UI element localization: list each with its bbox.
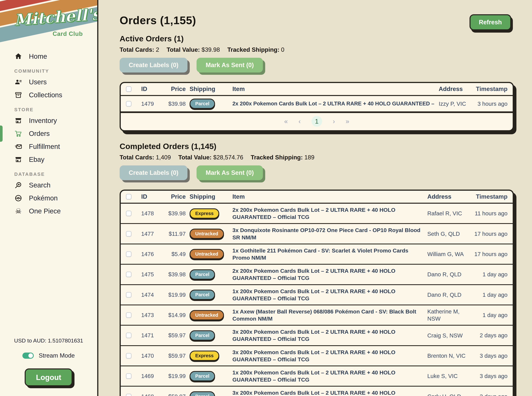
shipping-badge: Express bbox=[189, 351, 219, 361]
prev-page-button[interactable]: ‹ bbox=[298, 118, 301, 125]
row-checkbox[interactable] bbox=[126, 312, 131, 318]
cell-timestamp: 3 hours ago bbox=[475, 100, 508, 107]
sidebar-item-one-piece[interactable]: ☠ One Piece bbox=[0, 205, 97, 218]
home-icon bbox=[14, 53, 22, 60]
sidebar-item-home[interactable]: Home bbox=[0, 50, 97, 63]
cell-item: 2x 200x Pokemon Cards Bulk Lot – 2 ULTRA… bbox=[232, 100, 435, 107]
cell-item: 3x 200x Pokemon Cards Bulk Lot – 2 ULTRA… bbox=[232, 389, 423, 396]
collections-icon bbox=[14, 91, 22, 99]
sidebar-item-search[interactable]: Search bbox=[0, 179, 97, 192]
first-page-button[interactable]: « bbox=[284, 118, 288, 125]
shipping-badge: Untracked bbox=[189, 310, 224, 320]
sidebar-item-fulfillment[interactable]: Fulfillment bbox=[0, 140, 97, 153]
sidebar-item-inventory[interactable]: Inventory bbox=[0, 114, 97, 127]
current-page[interactable]: 1 bbox=[311, 116, 322, 127]
stat-label: Tracked Shipping: bbox=[227, 46, 279, 53]
stream-mode-toggle[interactable] bbox=[22, 353, 34, 359]
skull-icon: ☠ bbox=[14, 208, 22, 215]
sidebar-section-community: COMMUNITY bbox=[14, 68, 97, 74]
cell-id: 1473 bbox=[141, 312, 159, 318]
fx-rate-label: USD to AUD: 1.5107801631 bbox=[0, 338, 97, 344]
sidebar-item-ebay[interactable]: Ebay bbox=[0, 153, 97, 166]
shipping-badge: Parcel bbox=[189, 290, 215, 300]
cell-timestamp: 1 day ago bbox=[472, 312, 508, 318]
row-checkbox[interactable] bbox=[126, 353, 131, 359]
create-labels-button[interactable]: Create Labels (0) bbox=[120, 58, 188, 72]
row-checkbox[interactable] bbox=[126, 332, 131, 338]
col-shipping: Shipping bbox=[189, 86, 229, 93]
cell-price: $59.97 bbox=[163, 332, 186, 339]
completed-orders-stats: Total Cards:1,409Total Value:$28,574.76T… bbox=[120, 154, 514, 161]
main-content: Orders (1,155) Refresh Active Orders (1)… bbox=[100, 0, 532, 396]
sidebar-item-label: Inventory bbox=[29, 117, 57, 125]
mark-as-sent-button[interactable]: Mark As Sent (0) bbox=[196, 58, 263, 72]
sidebar-section-store: STORE bbox=[14, 106, 97, 113]
logout-button[interactable]: Logout bbox=[25, 368, 73, 386]
cell-id: 1468 bbox=[141, 393, 159, 396]
users-icon bbox=[14, 78, 22, 86]
row-checkbox[interactable] bbox=[126, 394, 131, 396]
cell-address: Craig S, NSW bbox=[427, 332, 468, 339]
next-page-button[interactable]: › bbox=[333, 118, 335, 125]
active-orders-table: ID Price Shipping Item Address Timestamp… bbox=[120, 82, 514, 131]
cart-icon bbox=[14, 130, 22, 137]
cell-timestamp: 2 days ago bbox=[472, 332, 508, 339]
row-checkbox[interactable] bbox=[126, 292, 131, 297]
stat-value: 2 bbox=[156, 46, 159, 53]
stat-label: Total Cards: bbox=[120, 46, 154, 53]
last-page-button[interactable]: » bbox=[346, 118, 349, 125]
row-checkbox[interactable] bbox=[126, 231, 131, 237]
sidebar-item-label: Collections bbox=[29, 91, 62, 99]
select-all-checkbox[interactable] bbox=[126, 194, 131, 199]
mark-as-sent-button[interactable]: Mark As Sent (0) bbox=[196, 165, 263, 180]
row-checkbox[interactable] bbox=[126, 272, 131, 277]
stat-value: 189 bbox=[304, 154, 314, 161]
pagination: « ‹ 1 › » bbox=[121, 112, 513, 130]
table-row: 1471 $59.97 Parcel 3x 200x Pokemon Cards… bbox=[121, 326, 513, 346]
sidebar-item-collections[interactable]: Collections bbox=[0, 88, 97, 101]
cell-item: 3x 200x Pokemon Cards Bulk Lot – 2 ULTRA… bbox=[232, 328, 423, 343]
cell-address: Dano R, QLD bbox=[427, 271, 468, 278]
table-row: 1475 $39.98 Parcel 2x 200x Pokemon Cards… bbox=[121, 265, 513, 285]
sidebar-item-label: Pokémon bbox=[29, 194, 58, 202]
cell-item: 1x Axew (Master Ball Reverse) 068/086 Po… bbox=[232, 308, 423, 322]
sidebar-item-pokemon[interactable]: Pokémon bbox=[0, 192, 97, 205]
create-labels-button[interactable]: Create Labels (0) bbox=[120, 165, 188, 180]
table-header: ID Price Shipping Item Address Timestamp bbox=[121, 191, 513, 204]
cell-address: Izzy P, VIC bbox=[439, 100, 471, 107]
row-checkbox[interactable] bbox=[126, 251, 131, 257]
cell-timestamp: 3 days ago bbox=[472, 393, 508, 396]
shipping-badge: Parcel bbox=[189, 99, 215, 109]
stat: Tracked Shipping:189 bbox=[251, 154, 314, 161]
table-row: 1478 $39.98 Express 2x 200x Pokemon Card… bbox=[121, 204, 513, 224]
stat: Total Value:$28,574.76 bbox=[178, 154, 243, 161]
sidebar-item-label: Home bbox=[29, 52, 47, 60]
refresh-button[interactable]: Refresh bbox=[469, 14, 511, 30]
select-all-checkbox[interactable] bbox=[126, 86, 131, 92]
row-checkbox[interactable] bbox=[126, 211, 131, 216]
cell-price: $39.98 bbox=[163, 271, 186, 278]
sidebar-item-users[interactable]: Users bbox=[0, 76, 97, 88]
col-item: Item bbox=[232, 193, 423, 200]
completed-orders-table: ID Price Shipping Item Address Timestamp… bbox=[120, 190, 514, 396]
sidebar-item-orders[interactable]: Orders bbox=[0, 127, 97, 140]
shipping-badge: Untracked bbox=[189, 249, 224, 259]
stat-label: Total Value: bbox=[178, 154, 212, 161]
row-checkbox[interactable] bbox=[126, 101, 131, 106]
cell-id: 1474 bbox=[141, 291, 159, 298]
cell-timestamp: 17 hours ago bbox=[472, 231, 508, 237]
sidebar-section-database: DATABASE bbox=[14, 171, 97, 177]
row-checkbox[interactable] bbox=[126, 373, 131, 379]
stat: Total Value:$39.98 bbox=[167, 46, 220, 53]
stat-value: 1,409 bbox=[156, 154, 171, 161]
cell-id: 1471 bbox=[141, 332, 159, 339]
storefront-icon bbox=[14, 117, 22, 124]
col-price: Price bbox=[163, 86, 186, 93]
stat-label: Total Cards: bbox=[120, 154, 154, 161]
active-orders-stats: Total Cards:2Total Value:$39.98Tracked S… bbox=[120, 46, 514, 53]
cell-item: 1x Gothitelle 211 Pokémon Card - SV: Sca… bbox=[232, 247, 423, 261]
table-body: 1479 $39.98 Parcel 2x 200x Pokemon Cards… bbox=[121, 96, 513, 112]
completed-orders-heading: Completed Orders (1,145) bbox=[120, 142, 514, 151]
search-icon bbox=[14, 181, 22, 189]
sidebar-item-label: One Piece bbox=[29, 207, 61, 215]
